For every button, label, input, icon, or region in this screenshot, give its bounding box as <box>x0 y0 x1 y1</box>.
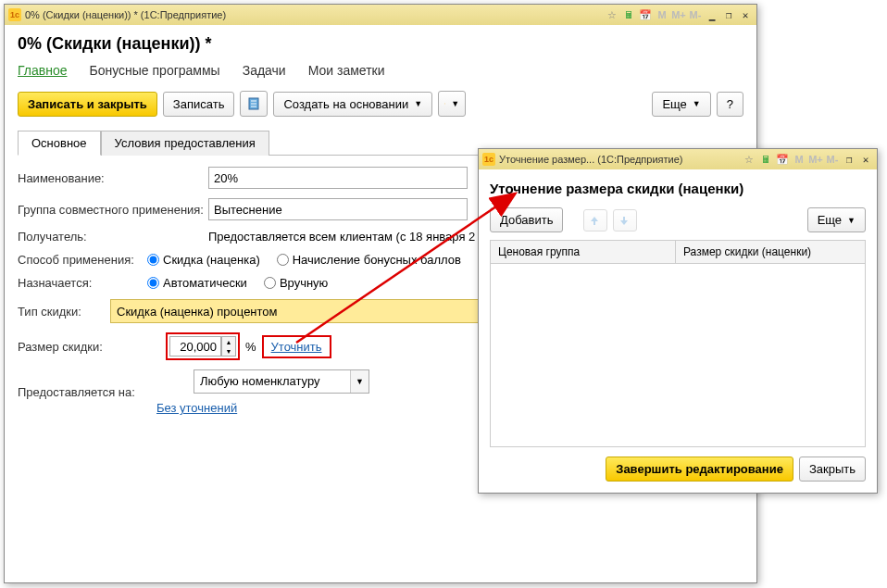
recipient-label: Получатель: <box>18 230 208 244</box>
method-discount-radio[interactable] <box>147 254 159 266</box>
clarify-titlebar: 1c Уточнение размер... (1С:Предприятие) … <box>479 149 877 169</box>
m-icon[interactable]: M <box>792 152 806 167</box>
clarify-link[interactable]: Уточнить <box>271 340 322 354</box>
more-label: Еще <box>662 97 686 111</box>
assign-auto-option[interactable]: Автоматически <box>147 276 247 290</box>
method-label: Способ применения: <box>18 253 147 267</box>
tab-main[interactable]: Главное <box>18 63 68 78</box>
tab-tasks[interactable]: Задачи <box>243 63 286 78</box>
calculator-icon[interactable]: 🖩 <box>621 7 636 22</box>
attach-button[interactable]: ▼ <box>438 91 466 117</box>
create-based-label: Создать на основании <box>283 97 408 111</box>
chevron-down-icon: ▼ <box>451 99 459 108</box>
recipient-text: Предоставляется всем клиентам (с 18 янва… <box>208 230 475 244</box>
chevron-down-icon: ▼ <box>847 216 856 225</box>
calculator-icon[interactable]: 🖩 <box>758 152 773 167</box>
help-button[interactable]: ? <box>717 92 743 117</box>
move-down-button[interactable] <box>613 209 637 231</box>
assign-auto-radio[interactable] <box>147 277 159 289</box>
save-close-button[interactable]: Записать и закрыть <box>18 92 157 117</box>
size-label: Размер скидки: <box>18 340 110 354</box>
provide-value: Любую номенклатуру <box>194 370 350 393</box>
m-plus-icon[interactable]: M+ <box>671 7 686 22</box>
close-button[interactable]: Закрыть <box>799 457 866 482</box>
app-icon: 1c <box>482 153 495 166</box>
m-minus-icon[interactable]: M- <box>688 7 703 22</box>
clarify-toolbar: Добавить Еще ▼ <box>490 207 866 232</box>
col-discount-size[interactable]: Размер скидки (наценки) <box>676 241 865 263</box>
more-label: Еще <box>818 213 842 227</box>
chevron-down-icon: ▼ <box>693 99 701 108</box>
clarify-title: Уточнение размера скидки (наценки) <box>490 181 866 196</box>
method-bonus-radio[interactable] <box>277 254 289 266</box>
subtab-basic[interactable]: Основное <box>18 131 101 156</box>
restore-icon[interactable]: ❐ <box>842 152 856 167</box>
chevron-down-icon: ▼ <box>414 99 422 108</box>
move-up-button[interactable] <box>583 209 607 231</box>
create-based-button[interactable]: Создать на основании ▼ <box>273 92 432 117</box>
restore-icon[interactable]: ❐ <box>721 7 736 22</box>
m-icon[interactable]: M <box>655 7 669 22</box>
m-plus-icon[interactable]: M+ <box>808 152 823 167</box>
method-opt1-label: Скидка (наценка) <box>163 253 260 267</box>
report-button[interactable] <box>240 91 268 117</box>
method-opt2-label: Начисление бонусных баллов <box>293 253 461 267</box>
assign-manual-radio[interactable] <box>264 277 276 289</box>
more-button[interactable]: Еще ▼ <box>652 92 710 117</box>
percent-sign: % <box>245 340 256 354</box>
more-button[interactable]: Еще ▼ <box>807 207 866 232</box>
close-icon[interactable]: ✕ <box>738 7 753 22</box>
main-titlebar: 1c 0% (Скидки (наценки)) * (1С:Предприят… <box>5 5 756 25</box>
document-icon <box>246 96 261 111</box>
clarify-window-title: Уточнение размер... (1С:Предприятие) <box>499 154 742 165</box>
m-minus-icon[interactable]: M- <box>825 152 840 167</box>
table-header: Ценовая группа Размер скидки (наценки) <box>491 241 865 264</box>
assign-manual-option[interactable]: Вручную <box>264 276 328 290</box>
provide-label: Предоставляется на: <box>18 385 156 399</box>
favorite-icon[interactable]: ☆ <box>742 152 756 167</box>
no-clarify-link[interactable]: Без уточнений <box>156 401 369 415</box>
type-label: Тип скидки: <box>18 305 110 319</box>
method-bonus-option[interactable]: Начисление бонусных баллов <box>277 253 461 267</box>
clarify-footer: Завершить редактирование Закрыть <box>490 457 866 482</box>
close-icon[interactable]: ✕ <box>858 152 873 167</box>
provide-dropdown-icon[interactable]: ▼ <box>350 370 369 393</box>
calendar-icon[interactable]: 📅 <box>775 152 790 167</box>
save-button[interactable]: Записать <box>163 92 235 117</box>
size-spinner[interactable]: ▲▼ <box>221 336 236 357</box>
window-title: 0% (Скидки (наценки)) * (1С:Предприятие) <box>25 9 605 20</box>
assign-label: Назначается: <box>18 276 147 290</box>
favorite-icon[interactable]: ☆ <box>605 7 619 22</box>
folder-icon <box>444 96 445 111</box>
arrow-down-icon <box>618 214 631 227</box>
group-input[interactable] <box>208 198 468 220</box>
tab-notes[interactable]: Мои заметки <box>308 63 385 78</box>
arrow-up-icon <box>588 214 601 227</box>
tab-bonus[interactable]: Бонусные программы <box>90 63 220 78</box>
name-input[interactable] <box>208 167 468 189</box>
app-icon: 1c <box>8 8 21 21</box>
assign-opt1-label: Автоматически <box>163 276 247 290</box>
calendar-icon[interactable]: 📅 <box>638 7 653 22</box>
method-discount-option[interactable]: Скидка (наценка) <box>147 253 260 267</box>
type-value: Скидка (наценка) процентом <box>111 301 526 322</box>
add-button[interactable]: Добавить <box>490 207 563 232</box>
group-label: Группа совместного применения: <box>18 203 208 217</box>
provide-select[interactable]: Любую номенклатуру ▼ <box>194 369 369 394</box>
clarify-highlight: Уточнить <box>262 335 331 358</box>
clarify-window: 1c Уточнение размер... (1С:Предприятие) … <box>478 148 878 494</box>
subtab-conditions[interactable]: Условия предоставления <box>101 131 269 156</box>
minimize-icon[interactable]: ▁ <box>705 7 719 22</box>
page-title: 0% (Скидки (наценки)) * <box>18 34 743 54</box>
size-input-highlight: ▲▼ <box>166 332 240 360</box>
finish-edit-button[interactable]: Завершить редактирование <box>606 457 793 482</box>
nav-tabs: Главное Бонусные программы Задачи Мои за… <box>18 63 743 78</box>
clarify-table[interactable]: Ценовая группа Размер скидки (наценки) <box>490 240 866 447</box>
name-label: Наименование: <box>18 171 208 185</box>
assign-opt2-label: Вручную <box>280 276 328 290</box>
col-price-group[interactable]: Ценовая группа <box>491 241 676 263</box>
size-input[interactable] <box>169 336 221 357</box>
main-toolbar: Записать и закрыть Записать Создать на о… <box>18 91 743 117</box>
